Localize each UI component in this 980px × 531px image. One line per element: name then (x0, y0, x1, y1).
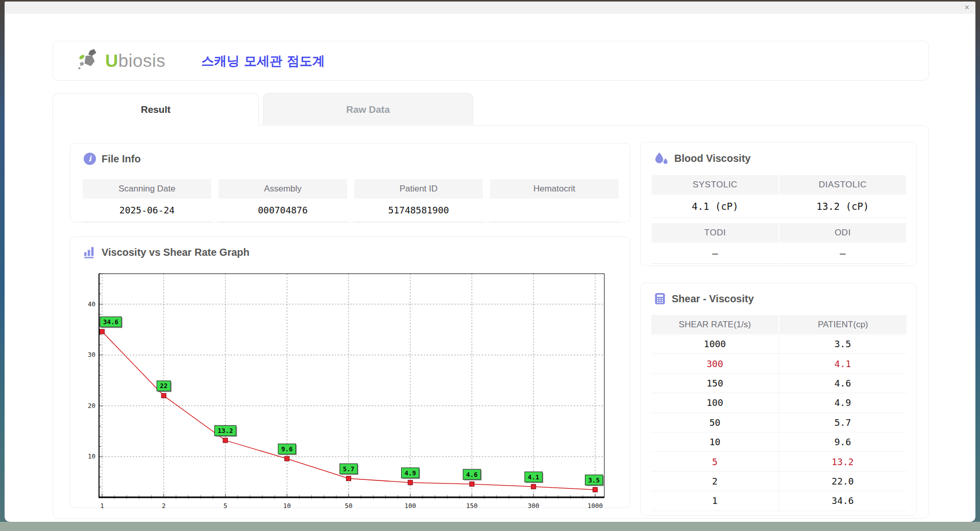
svg-text:1: 1 (100, 502, 104, 510)
ubiosis-logo: Ubiosis (78, 49, 165, 73)
patient-viscosity-cell: 34.6 (779, 491, 906, 510)
shear-rate-column-header: SHEAR RATE(1/s) (651, 315, 778, 334)
field-label: Hematocrit (490, 179, 619, 199)
svg-text:10: 10 (283, 502, 291, 510)
patient-column-header: PATIENT(cp) (779, 315, 906, 334)
blood-viscosity-metrics: SYSTOLIC DIASTOLIC 4.1 (cP) 13.2 (cP) TO… (652, 175, 906, 264)
todi-label: TODI (652, 223, 778, 243)
file-info-card: i File Info Scanning Date 2025-06-24 Ass… (70, 143, 630, 223)
svg-text:5.7: 5.7 (343, 465, 355, 473)
tab-raw-data[interactable]: Raw Data (263, 93, 473, 126)
desktop-background: × Ubiosis 스캐닝 모세관 점도계 Result Raw Data (0, 0, 980, 531)
svg-text:3.5: 3.5 (588, 476, 600, 484)
ubiosis-logo-icon (78, 49, 101, 73)
svg-text:30: 30 (88, 351, 95, 358)
shear-viscosity-card: Shear - Viscosity SHEAR RATE(1/s) PATIEN… (640, 283, 917, 516)
shear-table-row: 1004.9 (651, 393, 906, 413)
blood-viscosity-title: Blood Viscosity (674, 153, 751, 164)
svg-text:13.2: 13.2 (217, 427, 233, 435)
shear-rate-cell: 5 (651, 452, 779, 471)
svg-text:1000: 1000 (587, 502, 603, 510)
shear-rate-cell: 100 (651, 393, 779, 412)
chart-plot-area: 102030401251050100150300100034.62213.29.… (84, 271, 618, 517)
shear-table-row: 1504.6 (651, 374, 906, 393)
result-content-panel: i File Info Scanning Date 2025-06-24 Ass… (53, 125, 929, 519)
field-scanning-date: Scanning Date 2025-06-24 (83, 179, 211, 222)
diastolic-value: 13.2 (cP) (779, 195, 906, 218)
patient-viscosity-cell: 5.7 (779, 413, 906, 432)
field-value (490, 199, 619, 222)
tab-result[interactable]: Result (53, 93, 259, 126)
patient-viscosity-cell: 13.2 (779, 452, 906, 471)
file-info-title: File Info (102, 153, 141, 165)
brand-letters-biosis: biosis (118, 51, 165, 70)
shear-rate-cell: 1000 (651, 334, 779, 353)
blood-viscosity-card: Blood Viscosity SYSTOLIC DIASTOLIC 4.1 (… (640, 142, 917, 266)
systolic-label: SYSTOLIC (652, 175, 778, 195)
patient-viscosity-cell: 4.1 (779, 354, 906, 373)
shear-table-row: 222.0 (651, 472, 906, 491)
field-label: Assembly (218, 179, 347, 199)
svg-text:4.1: 4.1 (528, 473, 540, 481)
app-title-korean: 스캐닝 모세관 점도계 (201, 53, 325, 69)
patient-viscosity-cell: 3.5 (779, 334, 906, 353)
shear-rate-cell: 300 (651, 354, 779, 373)
graph-title-row: Viscosity vs Shear Rate Graph (84, 246, 250, 258)
systolic-value: 4.1 (cP) (652, 195, 778, 218)
svg-text:10: 10 (88, 452, 95, 460)
shear-rate-cell: 1 (651, 491, 779, 510)
graph-title: Viscosity vs Shear Rate Graph (102, 247, 250, 258)
shear-viscosity-title: Shear - Viscosity (672, 293, 754, 305)
odi-label: ODI (779, 223, 906, 243)
diastolic-label: DIASTOLIC (779, 175, 906, 195)
viscosity-graph-card: Viscosity vs Shear Rate Graph 1020304012… (70, 236, 630, 508)
svg-text:4.6: 4.6 (466, 471, 478, 478)
shear-viscosity-title-row: Shear - Viscosity (654, 293, 754, 305)
field-value: 51748581900 (354, 199, 483, 222)
odi-value: – (779, 243, 906, 264)
shear-table-row: 3004.1 (651, 354, 906, 373)
patient-viscosity-cell: 22.0 (779, 472, 906, 491)
todi-odi-headers: TODI ODI (652, 223, 906, 243)
svg-text:20: 20 (88, 402, 95, 409)
blood-viscosity-title-row: Blood Viscosity (654, 152, 751, 165)
app-window: × Ubiosis 스캐닝 모세관 점도계 Result Raw Data (5, 2, 975, 522)
svg-text:34.6: 34.6 (103, 318, 118, 326)
shear-rate-cell: 2 (651, 472, 779, 491)
svg-text:9.6: 9.6 (281, 445, 293, 453)
svg-text:50: 50 (345, 502, 352, 510)
shear-rate-cell: 50 (651, 413, 779, 432)
close-icon[interactable]: × (965, 3, 969, 13)
svg-text:150: 150 (466, 502, 478, 510)
tab-bar: Result Raw Data (53, 93, 473, 126)
file-info-fields: Scanning Date 2025-06-24 Assembly 000704… (83, 179, 619, 222)
systolic-diastolic-headers: SYSTOLIC DIASTOLIC (652, 175, 906, 195)
file-info-title-row: i File Info (84, 153, 141, 165)
shear-rate-cell: 10 (651, 432, 779, 451)
shear-table-row: 10003.5 (651, 334, 906, 354)
viscosity-shear-chart: 102030401251050100150300100034.62213.29.… (84, 271, 618, 517)
field-value: 000704876 (218, 199, 347, 222)
patient-viscosity-cell: 9.6 (779, 432, 906, 451)
svg-text:22: 22 (160, 382, 167, 390)
shear-rate-cell: 150 (651, 374, 779, 393)
field-patient-id: Patient ID 51748581900 (354, 179, 483, 222)
shear-table-row: 134.6 (651, 491, 906, 511)
todi-odi-values: – – (652, 243, 906, 264)
shear-table-row: 513.2 (651, 452, 906, 471)
svg-text:4.9: 4.9 (404, 469, 416, 477)
shear-table-header: SHEAR RATE(1/s) PATIENT(cp) (651, 315, 906, 334)
water-drops-icon (654, 152, 669, 165)
field-label: Patient ID (354, 179, 483, 199)
calculator-icon (654, 293, 666, 305)
desktop-taskbar-strip (0, 522, 980, 531)
header-card: Ubiosis 스캐닝 모세관 점도계 (53, 41, 929, 81)
field-hematocrit: Hematocrit (490, 179, 619, 222)
info-icon: i (84, 153, 96, 165)
todi-value: – (652, 243, 778, 264)
svg-text:40: 40 (88, 300, 95, 308)
shear-table-row: 109.6 (651, 432, 906, 452)
brand-text: Ubiosis (105, 51, 165, 71)
svg-text:100: 100 (404, 502, 416, 510)
shear-table-body: 10003.53004.11504.61004.9505.7109.6513.2… (651, 334, 906, 511)
